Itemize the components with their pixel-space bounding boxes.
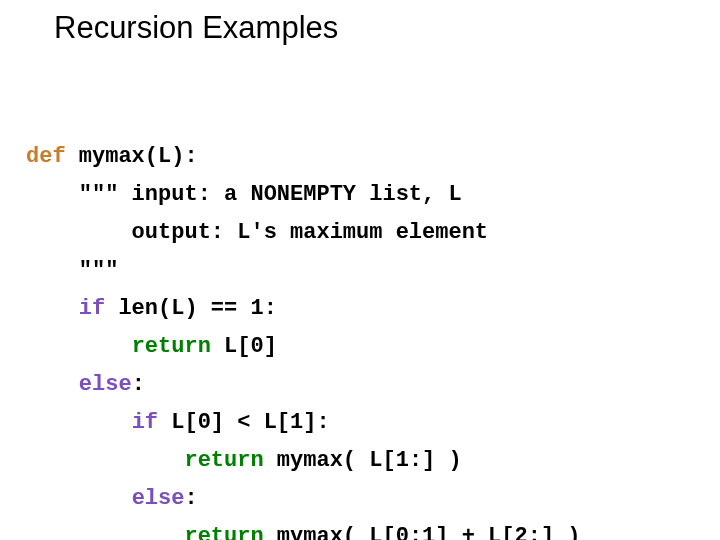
code-line-2: """ input: a NONEMPTY list, L xyxy=(26,182,462,207)
code-line-3: output: L's maximum element xyxy=(26,220,488,245)
keyword-return: return xyxy=(184,448,263,473)
code-line-9: return mymax( L[1:] ) xyxy=(26,448,462,473)
code-line-1: def mymax(L): xyxy=(26,144,198,169)
code-text: mymax(L): xyxy=(66,144,198,169)
keyword-if: if xyxy=(79,296,105,321)
code-line-7: else: xyxy=(26,372,145,397)
keyword-return: return xyxy=(184,524,263,540)
indent xyxy=(26,372,79,397)
code-text: : xyxy=(184,486,197,511)
code-line-8: if L[0] < L[1]: xyxy=(26,410,330,435)
indent xyxy=(26,448,184,473)
keyword-else: else xyxy=(132,486,185,511)
code-line-10: else: xyxy=(26,486,198,511)
keyword-else: else xyxy=(79,372,132,397)
code-line-4: """ xyxy=(26,258,118,283)
slide-title: Recursion Examples xyxy=(54,10,338,46)
keyword-return: return xyxy=(132,334,211,359)
code-line-11: return mymax( L[0:1] + L[2:] ) xyxy=(26,524,581,540)
code-line-6: return L[0] xyxy=(26,334,277,359)
code-text: mymax( L[1:] ) xyxy=(264,448,462,473)
indent xyxy=(26,296,79,321)
code-block: def mymax(L): """ input: a NONEMPTY list… xyxy=(26,100,581,540)
code-text: len(L) == 1: xyxy=(105,296,277,321)
code-text: : xyxy=(132,372,145,397)
keyword-def: def xyxy=(26,144,66,169)
slide: Recursion Examples def mymax(L): """ inp… xyxy=(0,0,720,540)
code-text: mymax( L[0:1] + L[2:] ) xyxy=(264,524,581,540)
code-text: L[0] < L[1]: xyxy=(158,410,330,435)
indent xyxy=(26,524,184,540)
indent xyxy=(26,486,132,511)
code-text: L[0] xyxy=(211,334,277,359)
indent xyxy=(26,334,132,359)
keyword-if: if xyxy=(132,410,158,435)
indent xyxy=(26,410,132,435)
code-line-5: if len(L) == 1: xyxy=(26,296,277,321)
